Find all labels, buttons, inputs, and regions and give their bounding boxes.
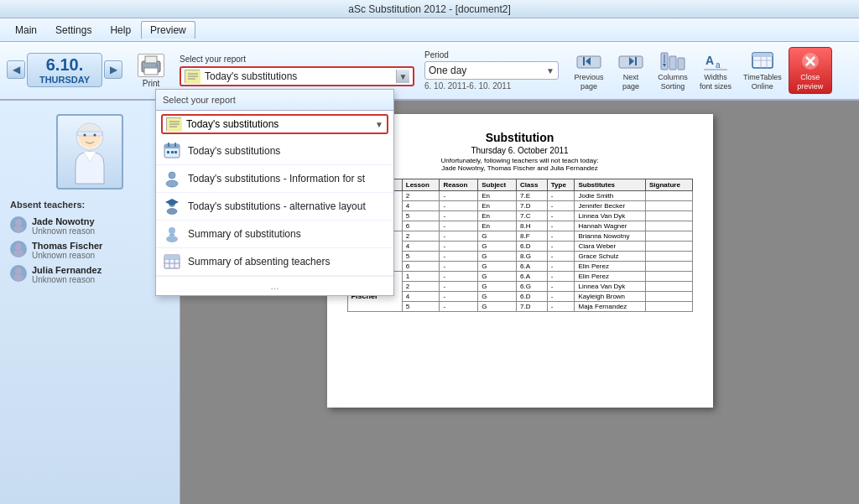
report-dropdown[interactable]: Today's substitutions ▼: [180, 66, 414, 86]
table-cell: 6.G: [517, 282, 548, 292]
svg-point-47: [166, 236, 178, 242]
table-cell: 7.D: [517, 302, 548, 312]
dropdown-item-label-3: Summary of substitutions: [188, 228, 301, 240]
menu-help[interactable]: Help: [102, 22, 139, 39]
table-cell: En: [478, 211, 517, 221]
next-arrow[interactable]: ▶: [104, 60, 122, 79]
dropdown-item-label-4: Summary of absenting teachers: [188, 256, 330, 268]
table-cell: Kayleigh Brown: [575, 292, 645, 302]
dropdown-header-label: Select your report: [156, 90, 393, 111]
absent-reason-2: Unknown reason: [32, 275, 102, 284]
report-selected-text: Today's substitutions: [205, 70, 396, 82]
dropdown-selected-item[interactable]: Today's substitutions ▼: [161, 114, 388, 134]
menu-preview[interactable]: Preview: [141, 21, 195, 39]
table-cell: Grace Schulz: [575, 252, 645, 262]
table-cell: 6: [402, 221, 440, 231]
timetables-online-icon: [749, 49, 776, 73]
svg-marker-44: [165, 199, 179, 205]
table-cell: -: [440, 201, 478, 211]
svg-rect-57: [77, 132, 102, 136]
print-button[interactable]: Print: [133, 52, 169, 90]
table-cell: 7.C: [517, 211, 548, 221]
table-cell: -: [440, 231, 478, 242]
svg-rect-4: [185, 70, 200, 84]
svg-point-65: [13, 274, 23, 281]
dropdown-item-3[interactable]: Summary of substitutions: [156, 221, 393, 248]
table-cell: -: [547, 231, 575, 242]
doc-note: Unfortunately, following teachers will n…: [347, 157, 693, 172]
table-cell: 1: [402, 272, 440, 282]
svg-rect-40: [174, 151, 177, 153]
report-dropdown-popup: Select your report Today's substitutions…: [155, 89, 394, 296]
table-cell: 7.E: [517, 191, 548, 201]
table-cell: [645, 221, 692, 231]
dropdown-item-0[interactable]: Today's substitutions: [156, 138, 393, 165]
table-cell: -: [440, 242, 478, 252]
table-cell: -: [440, 211, 478, 221]
table-cell: 2: [402, 191, 440, 201]
dropdown-icon-table: [163, 252, 181, 271]
svg-point-41: [169, 172, 175, 179]
absent-teacher-1: Thomas Fischer Unknown reason: [10, 241, 169, 260]
menu-settings[interactable]: Settings: [47, 22, 100, 39]
table-cell: -: [440, 191, 478, 201]
table-cell: [645, 262, 692, 272]
table-cell: [645, 302, 692, 312]
svg-point-62: [15, 243, 22, 250]
print-section: Print: [133, 52, 169, 90]
period-selected: One day: [429, 65, 546, 76]
absent-teacher-icon-1: [10, 241, 27, 257]
next-page-button[interactable]: Nextpage: [611, 48, 651, 93]
svg-point-42: [166, 180, 178, 187]
table-cell: 8.G: [517, 252, 548, 262]
next-page-icon: [617, 49, 644, 73]
dropdown-item-4[interactable]: Summary of absenting teachers: [156, 248, 393, 276]
svg-point-58: [84, 134, 86, 137]
dropdown-icon-graduate: [163, 197, 181, 216]
title-bar: aSc Substitution 2012 - [document2]: [0, 0, 859, 18]
previous-page-icon: [575, 49, 602, 73]
widths-font-sizes-button[interactable]: A a Widthsfont sizes: [695, 48, 737, 93]
table-cell: 2: [402, 282, 440, 292]
nav-arrows: ◀ 6.10. THURSDAY ▶: [7, 53, 122, 87]
svg-rect-35: [164, 144, 180, 148]
doc-title: Substitution: [347, 131, 693, 144]
previous-page-button[interactable]: Previouspage: [569, 48, 609, 93]
absent-name-0: Jade Nowotny: [32, 216, 95, 226]
table-cell: [645, 201, 692, 211]
dropdown-icon-calendar: [163, 142, 181, 160]
timetables-online-button[interactable]: TimeTablesOnline: [738, 48, 787, 93]
col-reason: Reason: [440, 179, 478, 191]
prev-arrow[interactable]: ◀: [7, 60, 25, 79]
columns-sorting-icon: [659, 49, 686, 73]
printer-icon: [138, 54, 164, 77]
date-day: THURSDAY: [34, 75, 95, 85]
menu-main[interactable]: Main: [7, 22, 45, 39]
table-cell: -: [547, 242, 575, 252]
next-page-label: Nextpage: [622, 73, 639, 91]
close-preview-button[interactable]: Closepreview: [789, 47, 832, 94]
dropdown-item-label-2: Today's substitutions - alternative layo…: [188, 200, 366, 212]
col-subject: Subject: [478, 179, 517, 191]
table-row: JadeNowotny2-En7.E-Jodie Smith: [347, 191, 692, 201]
table-cell: Jennifer Becker: [575, 201, 645, 211]
period-select[interactable]: One day ▼: [424, 61, 559, 80]
col-signature: Signature: [645, 179, 692, 191]
svg-point-61: [13, 226, 23, 232]
columns-sorting-button[interactable]: ColumnsSorting: [653, 48, 693, 93]
svg-point-3: [156, 64, 159, 66]
table-cell: Linnea Van Dyk: [575, 282, 645, 292]
dropdown-item-2[interactable]: Today's substitutions - alternative layo…: [156, 193, 393, 221]
table-cell: G: [478, 231, 517, 242]
absent-info-0: Jade Nowotny Unknown reason: [32, 216, 95, 236]
table-cell: 4: [402, 292, 440, 302]
absent-info-2: Julia Fernandez Unknown reason: [32, 265, 102, 284]
svg-rect-54: [164, 255, 180, 259]
table-cell: -: [547, 201, 575, 211]
absent-section: Absent teachers: Jade Nowotny Unknown re…: [7, 200, 173, 289]
close-preview-icon: [797, 49, 824, 73]
svg-point-64: [15, 268, 22, 274]
date-main: 6.10.: [34, 55, 95, 75]
absent-teacher-icon-0: [10, 216, 27, 233]
dropdown-item-1[interactable]: Today's substitutions - Information for …: [156, 165, 393, 193]
